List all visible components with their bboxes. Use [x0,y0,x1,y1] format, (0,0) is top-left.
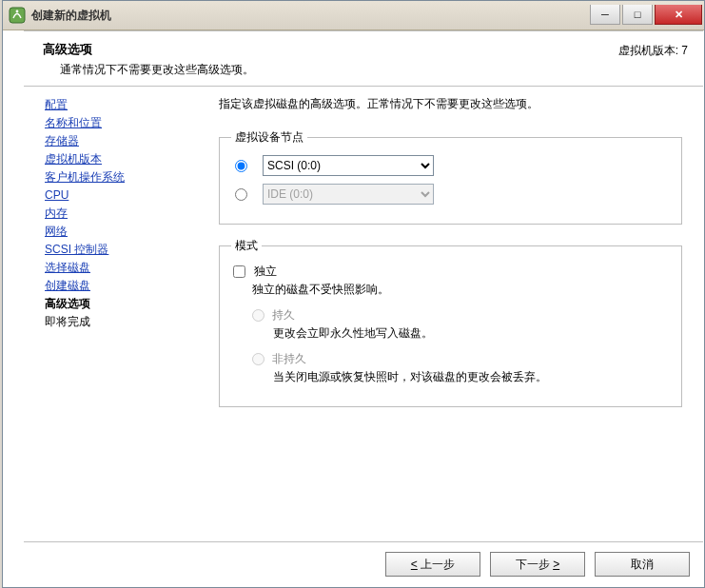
nonpersist-label: 非持久 [272,351,306,367]
persist-desc: 更改会立即永久性地写入磁盘。 [273,325,670,342]
nonpersist-radio [252,353,264,365]
persist-option: 持久 [252,307,670,323]
sidebar-item-config[interactable]: 配置 [45,96,211,114]
sidebar-item-create-disk[interactable]: 创建磁盘 [45,277,211,295]
dialog-body: 高级选项 通常情况下不需要更改这些高级选项。 虚拟机版本: 7 配置 名称和位置… [24,30,703,586]
maximize-button[interactable]: □ [622,5,653,25]
content-description: 指定该虚拟磁盘的高级选项。正常情况下不需要更改这些选项。 [219,96,682,112]
nonpersist-desc: 当关闭电源或恢复快照时，对该磁盘的更改会被丢弃。 [273,369,670,385]
scsi-radio[interactable] [235,160,247,172]
mode-group: 模式 独立 独立的磁盘不受快照影响。 持久 更改会立即永久性地写 [219,238,682,407]
mode-legend: 模式 [231,238,262,254]
sidebar-item-cpu[interactable]: CPU [45,186,211,205]
vm-version-label: 虚拟机版本: 7 [618,41,688,78]
back-button[interactable]: < 上一步 [385,552,480,577]
minimize-button[interactable]: ─ [590,5,620,25]
sidebar-item-storage[interactable]: 存储器 [45,132,211,150]
sidebar-item-network[interactable]: 网络 [45,223,211,241]
dialog-footer: < 上一步 下一步 > 取消 [24,541,703,586]
close-button[interactable]: ✕ [655,5,702,25]
title-bar[interactable]: 创建新的虚拟机 ─ □ ✕ [3,1,704,30]
sidebar-item-advanced: 高级选项 [45,295,211,313]
device-node-legend: 虚拟设备节点 [231,129,307,146]
cancel-button[interactable]: 取消 [595,552,690,577]
ide-select: IDE (0:0) [263,184,434,205]
independent-checkbox[interactable] [233,265,245,278]
persist-radio [252,309,264,322]
page-title: 高级选项 [43,41,618,58]
next-button[interactable]: 下一步 > [490,552,585,577]
nonpersist-option: 非持久 [252,351,670,367]
page-subtitle: 通常情况下不需要更改这些高级选项。 [60,62,618,78]
independent-label: 独立 [254,265,277,278]
dialog-header: 高级选项 通常情况下不需要更改这些高级选项。 虚拟机版本: 7 [24,31,703,87]
sidebar-item-memory[interactable]: 内存 [45,205,211,223]
independent-desc: 独立的磁盘不受快照影响。 [252,282,670,298]
sidebar-item-name[interactable]: 名称和位置 [45,114,211,132]
scsi-select[interactable]: SCSI (0:0) [263,155,434,176]
sidebar-item-finish: 即将完成 [45,313,211,331]
ide-radio[interactable] [235,188,247,201]
sidebar-item-version[interactable]: 虚拟机版本 [45,150,211,168]
window-title: 创建新的虚拟机 [31,8,111,24]
device-node-group: 虚拟设备节点 SCSI (0:0) IDE (0:0) [219,129,682,225]
sidebar-item-select-disk[interactable]: 选择磁盘 [45,259,211,277]
svg-rect-0 [10,8,25,23]
svg-point-1 [16,10,19,13]
wizard-sidebar: 配置 名称和位置 存储器 虚拟机版本 客户机操作系统 CPU 内存 网络 SCS… [24,85,217,540]
sidebar-item-scsi[interactable]: SCSI 控制器 [45,241,211,259]
dialog-window: 创建新的虚拟机 ─ □ ✕ 高级选项 通常情况下不需要更改这些高级选项。 虚拟机… [2,0,705,588]
content-pane: 指定该虚拟磁盘的高级选项。正常情况下不需要更改这些选项。 虚拟设备节点 SCSI… [217,85,703,540]
app-icon [9,7,26,24]
persist-label: 持久 [272,307,295,323]
sidebar-item-guest-os[interactable]: 客户机操作系统 [45,168,211,186]
